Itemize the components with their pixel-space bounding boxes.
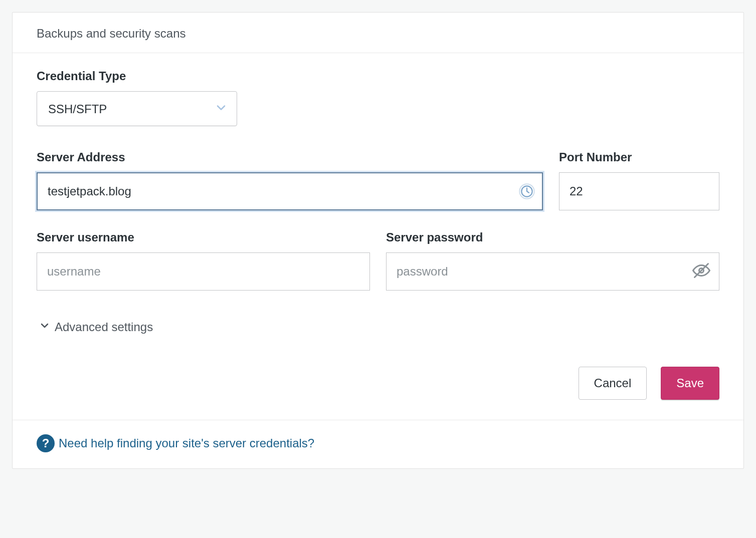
- advanced-settings-label: Advanced settings: [55, 320, 153, 334]
- card-title: Backups and security scans: [37, 27, 185, 40]
- cancel-button[interactable]: Cancel: [579, 367, 647, 400]
- help-link-text: Need help finding your site's server cre…: [59, 436, 314, 450]
- card-footer: ? Need help finding your site's server c…: [13, 420, 743, 468]
- server-username-field: Server username: [37, 230, 370, 291]
- port-number-input[interactable]: [559, 172, 719, 210]
- port-number-field: Port Number: [559, 150, 719, 210]
- help-link[interactable]: ? Need help finding your site's server c…: [37, 434, 314, 452]
- server-address-label: Server Address: [37, 150, 543, 164]
- card-body: Credential Type SSH/SFTP Server Address: [13, 53, 743, 420]
- server-address-field: Server Address: [37, 150, 543, 210]
- save-button[interactable]: Save: [661, 367, 719, 400]
- port-number-label: Port Number: [559, 150, 719, 164]
- server-address-input[interactable]: [37, 172, 543, 210]
- help-icon: ?: [37, 434, 55, 452]
- username-password-row: Server username Server password: [37, 230, 719, 291]
- form-actions: Cancel Save: [37, 367, 719, 400]
- address-port-row: Server Address Port Number: [37, 150, 719, 210]
- eye-off-icon[interactable]: [692, 261, 710, 282]
- credential-type-select-wrap: SSH/SFTP: [37, 91, 237, 126]
- advanced-settings-toggle[interactable]: Advanced settings: [39, 320, 153, 335]
- server-username-label: Server username: [37, 230, 370, 244]
- server-address-input-wrap: [37, 172, 543, 210]
- credential-type-select[interactable]: SSH/SFTP: [37, 91, 237, 126]
- server-password-field: Server password: [386, 230, 719, 291]
- server-password-label: Server password: [386, 230, 719, 244]
- server-password-input-wrap: [386, 252, 719, 291]
- clock-icon: [519, 183, 535, 199]
- credentials-card: Backups and security scans Credential Ty…: [12, 12, 744, 469]
- card-header: Backups and security scans: [13, 13, 743, 53]
- server-username-input[interactable]: [37, 252, 370, 291]
- chevron-down-icon: [39, 320, 51, 335]
- credential-type-field: Credential Type SSH/SFTP: [37, 69, 719, 126]
- server-password-input[interactable]: [386, 252, 719, 291]
- credential-type-label: Credential Type: [37, 69, 719, 83]
